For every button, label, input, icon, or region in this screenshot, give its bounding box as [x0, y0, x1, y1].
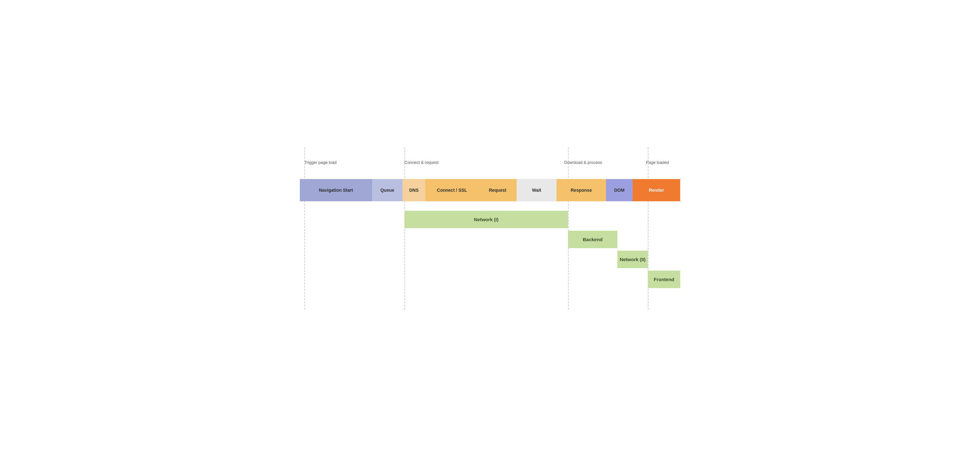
phase-labels-row: Trigger page load Connect & request Down… [300, 160, 680, 173]
sub-timeline: Network (I) Backend Network (II) Fronten… [300, 211, 680, 288]
phase-label-connect: Connect & request [404, 160, 439, 165]
sub-row-backend: Backend [300, 231, 680, 248]
segment-connect-ssl: Connect / SSL [425, 179, 479, 201]
sub-bar-frontend: Frontend [648, 271, 680, 288]
sub-bar-network-ii: Network (II) [617, 251, 648, 268]
segment-render: Render [633, 179, 680, 201]
segment-dom: DOM [606, 179, 633, 201]
segment-dns: DNS [402, 179, 425, 201]
segment-wait: Wait [517, 179, 557, 201]
sub-row-frontend: Frontend [300, 271, 680, 288]
segment-request: Request [479, 179, 517, 201]
segment-nav-start: Navigation Start [300, 179, 372, 201]
segment-response: Response [557, 179, 606, 201]
phase-label-download: Download & process [564, 160, 602, 165]
phase-label-trigger: Trigger page load [304, 160, 336, 165]
sub-row-network-ii: Network (II) [300, 251, 680, 268]
sub-bar-network-i: Network (I) [404, 211, 568, 228]
diagram-container: Trigger page load Connect & request Down… [300, 147, 680, 310]
sub-bar-backend: Backend [568, 231, 617, 248]
segment-queue: Queue [372, 179, 402, 201]
main-timeline-bar: Navigation Start Queue DNS Connect / SSL… [300, 179, 680, 201]
sub-row-network-i: Network (I) [300, 211, 680, 228]
phase-label-loaded: Page loaded [646, 160, 669, 165]
